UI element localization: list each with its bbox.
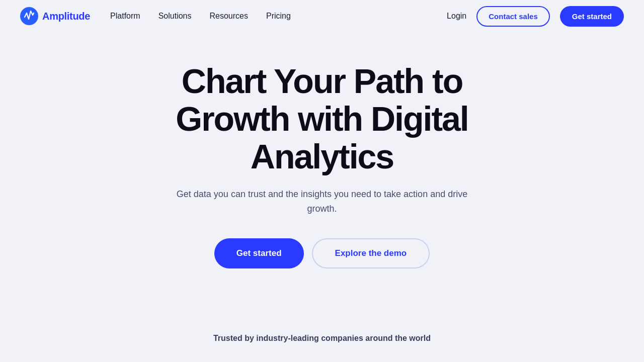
nav-links: Platform Solutions Resources Pricing: [110, 12, 291, 21]
brand-name: Amplitude: [42, 11, 90, 22]
nav-platform[interactable]: Platform: [110, 12, 140, 21]
trusted-heading: Trusted by industry-leading companies ar…: [213, 334, 431, 343]
logo[interactable]: Amplitude: [20, 7, 90, 25]
navbar: Amplitude Platform Solutions Resources P…: [0, 0, 644, 32]
login-button[interactable]: Login: [447, 12, 466, 21]
trusted-section: Trusted by industry-leading companies ar…: [0, 334, 644, 362]
contact-sales-button[interactable]: Contact sales: [476, 6, 550, 27]
nav-solutions[interactable]: Solutions: [158, 12, 192, 21]
hero-buttons: Get started Explore the demo: [214, 238, 430, 268]
hero-get-started-button[interactable]: Get started: [214, 238, 304, 268]
navbar-left: Amplitude Platform Solutions Resources P…: [20, 7, 291, 25]
nav-pricing[interactable]: Pricing: [266, 12, 291, 21]
hero-title: Chart Your Path to Growth with Digital A…: [126, 62, 518, 175]
hero-subtitle: Get data you can trust and the insights …: [166, 187, 478, 216]
hero-explore-demo-button[interactable]: Explore the demo: [312, 238, 430, 268]
get-started-nav-button[interactable]: Get started: [560, 6, 624, 27]
nav-resources[interactable]: Resources: [209, 12, 248, 21]
navbar-right: Login Contact sales Get started: [447, 6, 624, 27]
hero-section: Chart Your Path to Growth with Digital A…: [0, 32, 644, 334]
amplitude-logo-icon: [20, 7, 38, 25]
